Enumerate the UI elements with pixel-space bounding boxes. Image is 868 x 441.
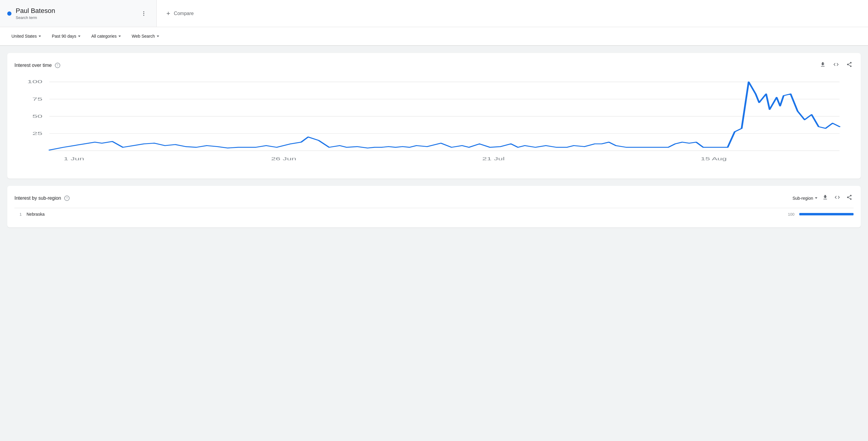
more-options-button[interactable] [138, 8, 149, 19]
search-term-text: Paul Bateson Search term [16, 7, 55, 20]
region-chevron-icon [38, 36, 41, 37]
compare-label: Compare [174, 11, 194, 16]
embed-icon[interactable] [832, 60, 840, 70]
time-filter-label: Past 90 days [52, 34, 76, 38]
search-bar-area: Paul Bateson Search term + Compare [0, 0, 868, 27]
term-name: Paul Bateson [16, 7, 55, 15]
subregion-dropdown[interactable]: Sub-region [793, 196, 818, 200]
interest-over-time-title: Interest over time [14, 63, 52, 68]
region-name: Nebraska [27, 212, 781, 217]
region-bar-container [799, 213, 854, 215]
filters-bar: United States Past 90 days All categorie… [0, 27, 868, 46]
subregion-title: Interest by sub-region [14, 195, 61, 201]
search-term-box: Paul Bateson Search term [0, 0, 157, 27]
subregion-dropdown-chevron-icon [815, 197, 817, 199]
region-filter-button[interactable]: United States [7, 31, 45, 41]
subregion-embed-icon[interactable] [833, 193, 841, 203]
subregion-help-icon[interactable]: ? [64, 195, 70, 201]
subregion-card-header: Interest by sub-region ? Sub-region [14, 193, 854, 203]
svg-point-1 [143, 13, 144, 14]
region-bar [799, 213, 854, 215]
chart-svg: 100 75 50 25 1 Jun 26 Jun 21 Jul 15 Aug [14, 75, 854, 171]
category-filter-button[interactable]: All categories [87, 31, 125, 41]
svg-point-2 [143, 15, 144, 15]
search-type-chevron-icon [157, 36, 159, 37]
subregion-share-icon[interactable] [845, 193, 854, 203]
svg-text:75: 75 [32, 96, 42, 101]
rank-number: 1 [14, 212, 22, 217]
compare-button[interactable]: + Compare [157, 0, 204, 27]
search-type-filter-button[interactable]: Web Search [127, 31, 163, 41]
svg-point-0 [143, 11, 144, 12]
download-icon[interactable] [818, 60, 827, 70]
plus-icon: + [166, 10, 170, 18]
time-filter-button[interactable]: Past 90 days [48, 31, 85, 41]
region-filter-label: United States [11, 34, 37, 38]
subregion-dropdown-label: Sub-region [793, 196, 813, 200]
svg-text:15 Aug: 15 Aug [701, 157, 727, 161]
svg-text:26 Jun: 26 Jun [271, 157, 296, 161]
interest-over-time-card: Interest over time ? [7, 53, 861, 179]
share-icon[interactable] [845, 60, 854, 70]
interest-over-time-help-icon[interactable]: ? [55, 63, 60, 68]
card-actions [818, 60, 854, 70]
time-chevron-icon [78, 36, 81, 37]
table-row: 1 Nebraska 100 [14, 208, 854, 220]
interest-by-subregion-card: Interest by sub-region ? Sub-region [7, 186, 861, 227]
region-table: 1 Nebraska 100 [14, 208, 854, 220]
svg-text:25: 25 [32, 131, 42, 136]
category-chevron-icon [119, 36, 121, 37]
blue-dot-indicator [7, 11, 11, 15]
subregion-download-icon[interactable] [821, 193, 830, 203]
interest-over-time-header: Interest over time ? [14, 60, 854, 70]
svg-text:50: 50 [32, 114, 42, 119]
region-value: 100 [785, 212, 795, 217]
subregion-title-area: Interest by sub-region ? [14, 195, 70, 201]
term-type: Search term [16, 15, 55, 20]
search-type-filter-label: Web Search [132, 34, 155, 38]
svg-text:100: 100 [27, 79, 42, 84]
svg-text:1 Jun: 1 Jun [64, 157, 84, 161]
interest-over-time-chart: 100 75 50 25 1 Jun 26 Jun 21 Jul 15 Aug [14, 75, 854, 171]
svg-text:21 Jul: 21 Jul [482, 157, 504, 161]
category-filter-label: All categories [91, 34, 117, 38]
main-content: Interest over time ? [0, 46, 868, 235]
card-title-area: Interest over time ? [14, 63, 60, 68]
subregion-right-actions: Sub-region [793, 193, 854, 203]
